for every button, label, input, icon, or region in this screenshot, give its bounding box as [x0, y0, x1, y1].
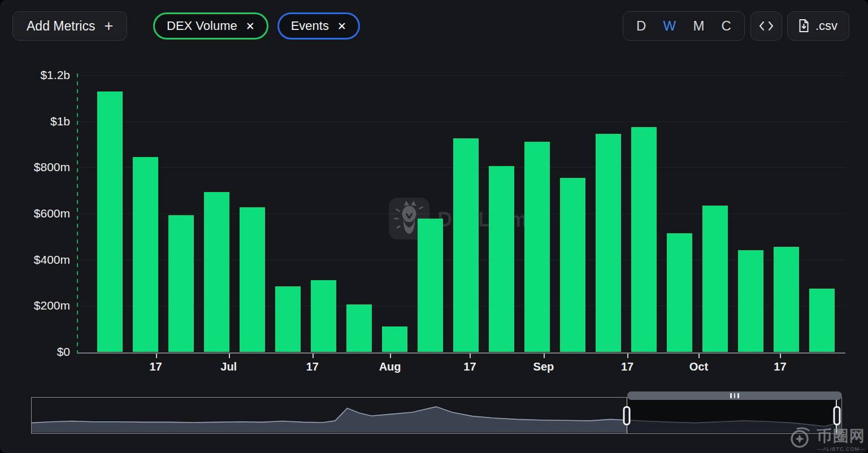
x-tick-mark	[627, 354, 628, 358]
embed-code-button[interactable]	[750, 11, 782, 41]
gridline	[77, 75, 845, 76]
x-tick-label: Oct	[689, 360, 708, 373]
y-tick-label: $1.2b	[8, 68, 70, 82]
bar-week-13[interactable]	[524, 142, 550, 352]
x-tick-label: 17	[463, 360, 476, 373]
add-metrics-label: Add Metrics	[27, 19, 95, 34]
brush-handle-left[interactable]	[623, 406, 630, 425]
minimap-brush[interactable]	[31, 397, 842, 434]
bar-week-3[interactable]	[168, 215, 194, 352]
scrollbar-grip	[730, 393, 732, 398]
y-tick-label: $400m	[8, 253, 70, 267]
x-tick-mark	[390, 354, 391, 358]
bar-week-4[interactable]	[204, 192, 229, 352]
bar-week-15[interactable]	[596, 134, 621, 352]
plus-icon: +	[104, 19, 113, 34]
add-metrics-button[interactable]: Add Metrics +	[12, 11, 127, 41]
site-watermark-name: 币圈网	[817, 428, 866, 445]
y-tick-label: $200m	[8, 299, 70, 312]
metric-pill-label: Events	[291, 19, 329, 33]
csv-label: .csv	[815, 19, 837, 33]
minimap-scrollbar[interactable]	[627, 391, 842, 400]
gridline	[77, 121, 845, 122]
close-icon[interactable]: ✕	[246, 20, 255, 33]
metric-pill-label: DEX Volume	[167, 19, 237, 33]
bar-week-10[interactable]	[418, 219, 443, 352]
bar-week-16[interactable]	[631, 127, 657, 352]
bar-week-7[interactable]	[311, 280, 336, 352]
x-tick-label: 17	[149, 360, 162, 373]
x-tick-mark	[229, 354, 230, 358]
x-axis-line	[77, 352, 845, 354]
y-tick-label: $800m	[8, 160, 70, 174]
bar-week-8[interactable]	[346, 304, 372, 352]
site-logo-icon	[787, 424, 813, 452]
bar-week-9[interactable]	[382, 326, 407, 352]
x-tick-label: 17	[621, 360, 633, 373]
brush-handle-right[interactable]	[833, 406, 840, 425]
defillama-chart-panel: Add Metrics + DEX Volume✕Events✕ DWMC .c…	[0, 0, 868, 453]
x-tick-label: 17	[306, 360, 319, 373]
metric-pill-dex-volume[interactable]: DEX Volume✕	[153, 12, 268, 40]
x-tick-label: Sep	[533, 360, 554, 373]
bar-week-2[interactable]	[133, 157, 158, 352]
bar-week-12[interactable]	[489, 166, 514, 352]
bar-week-14[interactable]	[560, 178, 585, 352]
x-tick-label: Aug	[379, 360, 401, 373]
y-tick-label: $0	[8, 345, 70, 359]
bar-week-5[interactable]	[240, 207, 265, 352]
interval-button-w[interactable]: W	[660, 18, 680, 34]
x-tick-mark	[313, 354, 314, 358]
metric-pills: DEX Volume✕Events✕	[153, 12, 360, 40]
download-csv-button[interactable]: .csv	[787, 11, 849, 41]
bar-week-21[interactable]	[809, 289, 835, 352]
x-tick-label: Jul	[220, 360, 237, 373]
x-tick-mark	[698, 354, 700, 358]
site-watermark: 币圈网 —ALIBTC.COM—	[787, 424, 866, 452]
site-watermark-domain: —ALIBTC.COM—	[817, 446, 865, 452]
interval-button-m[interactable]: M	[689, 18, 708, 34]
bar-week-18[interactable]	[702, 206, 728, 352]
bar-week-11[interactable]	[453, 138, 479, 352]
plot-area: DefiLlama	[77, 75, 845, 352]
file-download-icon	[798, 19, 810, 33]
x-tick-mark	[544, 354, 545, 358]
bar-week-17[interactable]	[667, 233, 692, 352]
x-tick-mark	[780, 354, 781, 358]
close-icon[interactable]: ✕	[337, 20, 346, 33]
x-tick-mark	[470, 354, 471, 358]
bar-week-20[interactable]	[774, 247, 799, 352]
y-tick-label: $1b	[8, 115, 70, 128]
bar-week-1[interactable]	[97, 92, 123, 352]
interval-selector: DWMC	[623, 11, 745, 41]
bar-week-19[interactable]	[738, 250, 763, 352]
code-brackets-icon	[758, 21, 774, 31]
x-tick-mark	[156, 354, 157, 358]
y-tick-label: $600m	[8, 207, 70, 220]
metric-pill-events[interactable]: Events✕	[277, 12, 360, 40]
bar-week-6[interactable]	[275, 286, 301, 352]
x-tick-label: 17	[774, 360, 786, 373]
interval-button-c[interactable]: C	[718, 18, 735, 34]
interval-button-d[interactable]: D	[633, 18, 649, 34]
